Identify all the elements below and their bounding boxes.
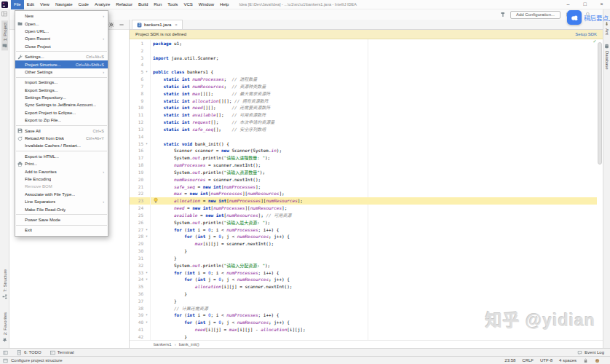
- code-line[interactable]: 28▾ for (int j = 0; j < numResources; j+…: [130, 233, 597, 240]
- code-line[interactable]: 13 static int safe_seq[]; // 安全序列数组: [130, 126, 597, 133]
- code-line[interactable]: 16 Scanner scanner = new Scanner(System.…: [130, 147, 597, 154]
- menu-item-export-to-zip-file[interactable]: Export to Zip File...: [15, 116, 108, 124]
- menu-analyze[interactable]: Analyze: [92, 0, 113, 9]
- menu-item-sync-settings-to-jetbrains-account[interactable]: Sync Settings to JetBrains Account...: [15, 101, 108, 108]
- tool-window-switcher-icon[interactable]: [1, 11, 7, 17]
- code-line[interactable]: 31 }: [130, 255, 597, 262]
- indent-indicator[interactable]: 4 spaces: [559, 358, 577, 363]
- fold-marker-icon[interactable]: ▾: [146, 141, 151, 148]
- code-line[interactable]: 26 System.out.println("请输入最大资源: ");: [130, 219, 597, 226]
- close-button[interactable]: ×: [593, 0, 610, 9]
- code-line[interactable]: 35 allocation[i][j] = scanner.nextInt();: [130, 283, 597, 290]
- code-line[interactable]: 29 max[i][j] = scanner.nextInt();: [130, 240, 597, 248]
- terminal-tool-window-button[interactable]: Terminal: [50, 350, 74, 355]
- badge-cloud-icon[interactable]: [567, 10, 582, 25]
- code-line[interactable]: 11 static int available[]; // 可用资源数阵: [130, 111, 597, 119]
- fold-marker-icon[interactable]: ▾: [146, 68, 151, 76]
- code-line[interactable]: 42 }: [130, 333, 597, 340]
- line-ending-indicator[interactable]: CRLF: [522, 358, 534, 363]
- menu-item-export-to-html[interactable]: Export to HTML...: [15, 153, 108, 160]
- code-line[interactable]: 36 }: [130, 290, 597, 298]
- menu-code[interactable]: Code: [76, 0, 92, 9]
- fold-marker-icon[interactable]: ▾: [146, 319, 151, 326]
- code-line[interactable]: 23 allocation = new int[numProcesses][nu…: [130, 197, 597, 205]
- menu-vcs[interactable]: VCS: [181, 0, 195, 9]
- menu-item-close-project[interactable]: Close Project: [15, 43, 108, 50]
- todo-tool-window-button[interactable]: 6: TODO: [17, 350, 41, 355]
- menu-item-exit[interactable]: Exit: [15, 226, 108, 234]
- fold-marker-icon[interactable]: ▾: [146, 226, 151, 234]
- hector-inspections-icon[interactable]: [595, 358, 600, 363]
- code-line[interactable]: 37 }: [130, 298, 597, 305]
- menu-item-export-project-to-eclipse[interactable]: Export Project to Eclipse...: [15, 109, 108, 116]
- event-log-button[interactable]: Event Log: [577, 350, 604, 355]
- quick-access-icon[interactable]: [3, 350, 8, 355]
- tool-window-tab-database[interactable]: Database: [604, 44, 609, 70]
- code-line[interactable]: 14: [130, 133, 597, 141]
- menu-run[interactable]: Run: [151, 0, 165, 9]
- menu-item-export-settings[interactable]: Export Settings...: [15, 87, 108, 94]
- code-line[interactable]: 22 max = new int[numProcesses][numResour…: [130, 190, 597, 197]
- code-line[interactable]: 27▾ for (int i = 0; i < numProcesses; i+…: [130, 226, 597, 234]
- intention-bulb-icon[interactable]: [153, 197, 159, 204]
- code-line[interactable]: 19 System.out.println("请输入资源数量");: [130, 169, 597, 176]
- fold-marker-icon[interactable]: ▾: [146, 312, 151, 319]
- maximize-button[interactable]: □: [577, 0, 593, 9]
- editor-tab-bankers1[interactable]: J bankers1.java ×: [132, 20, 183, 29]
- code-line[interactable]: 17 System.out.println("请输入进程数量: ");: [130, 154, 597, 162]
- menu-item-settings[interactable]: Settings...Ctrl+Alt+S: [15, 53, 108, 60]
- gear-icon[interactable]: [108, 22, 114, 28]
- menu-navigate[interactable]: Navigate: [52, 0, 76, 9]
- code-line[interactable]: 10 static int need[][]; // 还需要资源数阵: [130, 104, 597, 111]
- code-line[interactable]: 15▾ static void bank_init() {: [130, 141, 597, 148]
- menu-item-print[interactable]: Print...: [15, 160, 108, 167]
- menu-item-new[interactable]: New›: [15, 12, 108, 20]
- setup-sdk-link[interactable]: Setup SDK: [575, 32, 597, 36]
- code-editor[interactable]: 1package u1;23import java.util.Scanner;4…: [130, 39, 603, 340]
- minimize-button[interactable]: –: [560, 0, 577, 9]
- code-line[interactable]: 30 }: [130, 248, 597, 255]
- code-line[interactable]: 7 static int numResources; // 资源种类数量: [130, 83, 597, 90]
- code-line[interactable]: 1package u1;: [130, 40, 597, 47]
- lock-icon[interactable]: [583, 358, 588, 363]
- breadcrumb-item[interactable]: bankers1: [154, 342, 172, 347]
- menu-item-open[interactable]: Open...: [15, 20, 108, 27]
- menu-item-add-to-favorites[interactable]: Add to Favorites›: [15, 167, 108, 175]
- build-hammer-icon[interactable]: [500, 12, 506, 17]
- encoding-indicator[interactable]: UTF-8: [540, 358, 552, 363]
- menu-item-power-save-mode[interactable]: Power Save Mode: [15, 216, 108, 223]
- menu-item-make-file-read-only[interactable]: Make File Read-Only: [15, 205, 108, 213]
- menu-item-open-recent[interactable]: Open Recent›: [15, 35, 108, 42]
- code-line[interactable]: 5▾public class bankers1 {: [130, 68, 597, 76]
- code-line[interactable]: 21 safe_seq = new int[numProcesses];: [130, 183, 597, 191]
- code-line[interactable]: 3import java.util.Scanner;: [130, 55, 597, 62]
- add-configuration-button[interactable]: Add Configuration...: [510, 11, 561, 19]
- fold-marker-icon[interactable]: ▾: [146, 269, 151, 277]
- menu-refactor[interactable]: Refactor: [113, 0, 135, 9]
- menu-view[interactable]: View: [37, 0, 52, 9]
- code-line[interactable]: 25 available = new int[numResources]; //…: [130, 212, 597, 219]
- code-line[interactable]: 20 numResources = scanner.nextInt();: [130, 176, 597, 183]
- code-line[interactable]: 9 static int allocation[][]; // 拥有资源数阵: [130, 98, 597, 105]
- menu-item-open-url[interactable]: Open URL...: [15, 28, 108, 35]
- menu-help[interactable]: Help: [217, 0, 231, 9]
- code-line[interactable]: 24 need = new int[numProcesses][numResou…: [130, 205, 597, 212]
- code-line[interactable]: 18 numProcesses = scanner.nextInt();: [130, 162, 597, 169]
- menu-build[interactable]: Build: [135, 0, 151, 9]
- code-line[interactable]: 33▾ for (int i = 0; i < numProcesses; i+…: [130, 269, 597, 277]
- menu-item-settings-repository[interactable]: Settings Repository...: [15, 94, 108, 101]
- menu-item-other-settings[interactable]: Other Settings›: [15, 68, 108, 76]
- tool-window-tab-1-project[interactable]: 1: Project: [1, 20, 8, 50]
- menu-item-associate-with-file-type[interactable]: Associate with File Type...: [15, 191, 108, 198]
- code-line[interactable]: 8 static int max[][]; // 最大需求资源阵: [130, 90, 597, 98]
- fold-marker-icon[interactable]: ▾: [146, 233, 151, 240]
- code-line[interactable]: 6 static int numProcesses; // 进程数量: [130, 76, 597, 83]
- menu-file[interactable]: File: [11, 0, 24, 9]
- status-window-icon[interactable]: [3, 358, 8, 363]
- inspections-ok-icon[interactable]: ✓: [593, 39, 596, 44]
- code-line[interactable]: 32 System.out.println("请输入分配资源: ");: [130, 262, 597, 269]
- menu-item-save-all[interactable]: Save AllCtrl+S: [15, 127, 108, 134]
- breadcrumb-item[interactable]: bank_init(): [179, 342, 199, 347]
- menu-item-import-settings[interactable]: Import Settings...: [15, 79, 108, 86]
- code-line[interactable]: 12 static int request[]; // 本次申请的资源量: [130, 119, 597, 126]
